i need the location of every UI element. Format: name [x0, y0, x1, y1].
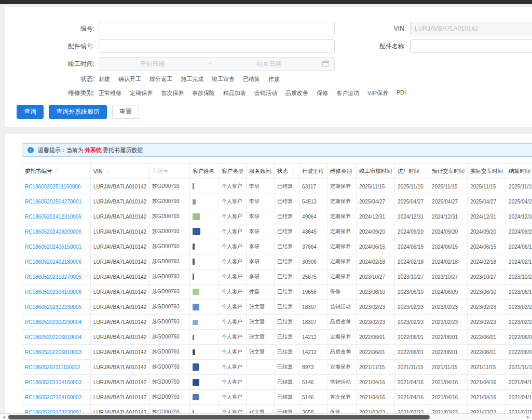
form-row-1: 编号: VIN:	[5, 22, 532, 35]
column-header-11: 进厂时间	[395, 164, 429, 179]
repair-type-option-1[interactable]: 正常维修	[99, 89, 121, 97]
part-no-input[interactable]	[99, 39, 335, 53]
sort-filter-icon[interactable]: ⋮	[105, 169, 111, 174]
order-no-link[interactable]: RC18605202402180006	[25, 259, 81, 265]
repair-type-option-2[interactable]: 定期保养	[130, 89, 153, 97]
scrollbar-thumb[interactable]	[8, 415, 430, 419]
status-option-7[interactable]: 作废	[268, 75, 280, 83]
cell-customer-name	[190, 254, 219, 269]
notice-suffix: 委托书履历数据	[103, 146, 143, 154]
cell-date-1: 2025/04/27	[357, 194, 395, 209]
scroll-right-arrow-icon[interactable]: ►	[524, 414, 532, 420]
cell-date-4: 2023/10/27	[468, 269, 506, 284]
cell-customer-name	[190, 269, 219, 284]
date-end-placeholder[interactable]: 结束日期	[216, 60, 322, 69]
cell-repair-type: 保修	[328, 284, 357, 300]
order-no-link[interactable]: RC18605202406150001	[25, 244, 81, 250]
order-no-link[interactable]: RC18605202206010003	[25, 349, 81, 355]
cell-plate: 苏GD00793	[149, 239, 190, 254]
order-no-link[interactable]: RC18605202111150002	[25, 364, 80, 370]
repair-type-option-11[interactable]: PDI	[397, 89, 406, 97]
order-no-link[interactable]: RC18605202409200006	[25, 229, 81, 235]
repair-type-option-9[interactable]: 客户追访	[336, 89, 359, 97]
form-row-2: 配件编号: 配件名称:	[5, 39, 532, 53]
order-no-link[interactable]: RC18605202310270005	[25, 274, 81, 280]
column-header-4: 客户姓名	[190, 164, 219, 179]
column-label: VIN	[93, 168, 103, 174]
customer-name-redacted	[193, 259, 195, 265]
repair-type-option-5[interactable]: 精品加装	[223, 89, 246, 97]
cell-advisor: 李研	[247, 269, 275, 284]
history-table-wrap[interactable]: 委托书编号⋮VIN⋮车牌号客户姓名客户类型服务顾问状态⋮行驶里程维修类别竣工审核…	[22, 163, 532, 420]
column-label: 委托书编号	[25, 168, 52, 174]
cell-status: 已结算	[275, 269, 299, 284]
cell-order-no: RC18605202504270001	[22, 194, 91, 209]
status-option-6[interactable]: 已结算	[243, 75, 260, 83]
cell-vin: LURJAVBA7LA010142	[91, 315, 149, 330]
status-option-1[interactable]: 新建	[99, 75, 110, 83]
notice-highlight: 外系统	[85, 146, 102, 154]
calendar-icon[interactable]	[322, 61, 329, 67]
query-external-button[interactable]: 查询外系统履历	[49, 105, 107, 119]
cell-advisor: 李研	[247, 179, 275, 194]
repair-type-option-7[interactable]: 品质改善	[285, 89, 308, 97]
status-option-3[interactable]: 部分返工	[149, 75, 172, 83]
repair-type-option-6[interactable]: 营销活动	[254, 89, 277, 97]
query-button[interactable]: 查询	[17, 105, 44, 119]
order-no-link[interactable]: RC18605202302230005	[25, 304, 81, 310]
vin-input[interactable]	[410, 22, 532, 35]
cell-plate: 苏GD00793	[149, 194, 190, 209]
cell-plate: 苏GD00793	[149, 360, 190, 375]
status-option-2[interactable]: 确认开工	[118, 75, 141, 83]
cell-vin: LURJAVBA7LA010142	[91, 284, 149, 300]
order-no-link[interactable]: RC18605202104160002	[25, 395, 81, 400]
column-header-1[interactable]: 委托书编号⋮	[22, 164, 91, 179]
cell-customer-type: 个人客户	[219, 315, 247, 330]
cell-customer-name	[190, 300, 219, 315]
repair-type-option-4[interactable]: 事故保险	[192, 89, 215, 97]
part-name-input[interactable]	[410, 39, 532, 53]
repair-type-option-10[interactable]: VIP保养	[367, 89, 388, 97]
cell-customer-type: 个人客户	[219, 209, 247, 224]
order-no-input[interactable]	[99, 22, 335, 35]
cell-date-3: 2021/04/16	[429, 390, 468, 405]
table-row: RC18605202206010003LURJAVBA7LA010142苏GD0…	[22, 345, 532, 360]
cell-advisor	[247, 375, 275, 390]
cell-status: 已结算	[275, 224, 299, 239]
cell-date-4: 2021/04/16	[468, 375, 506, 390]
column-header-2[interactable]: VIN⋮	[91, 164, 149, 179]
repair-type-option-8[interactable]: 保修	[317, 89, 328, 97]
order-no-link[interactable]: RC18605202511150006	[25, 184, 81, 189]
cell-date-3: 2025/04/27	[429, 194, 468, 209]
horizontal-scrollbar[interactable]: ◄ ►	[0, 413, 532, 420]
cell-mileage: 14212	[299, 345, 328, 360]
date-start-placeholder[interactable]: 开始日期	[99, 60, 206, 69]
sort-filter-icon[interactable]: ⋮	[55, 168, 60, 174]
cell-advisor: 张文慧	[247, 315, 275, 330]
order-no-link[interactable]: RC18605202302230004	[25, 319, 81, 325]
cell-repair-type: 定期保养	[328, 209, 357, 224]
status-option-5[interactable]: 竣工审查	[212, 75, 235, 83]
table-row: RC18605202111150002LURJAVBA7LA010142苏GD0…	[22, 360, 532, 375]
scroll-left-arrow-icon[interactable]: ◄	[0, 414, 8, 420]
order-no-link[interactable]: RC18605202104160003	[25, 380, 81, 385]
order-no-link[interactable]: RC18605202306100006	[25, 289, 81, 295]
status-option-4[interactable]: 施工完成	[181, 75, 203, 83]
finish-time-range-picker[interactable]: 开始日期 ~ 结束日期	[99, 57, 335, 71]
notice-bar: i 温馨提示：当前为 外系统 委托书履历数据	[22, 143, 532, 157]
order-no-link[interactable]: RC18605202206010004	[25, 334, 81, 340]
table-row: RC18605202409200006LURJAVBA7LA010142苏GD0…	[22, 224, 532, 239]
reset-button[interactable]: 重置	[112, 105, 139, 119]
cell-plate: 苏GD00793	[149, 284, 190, 300]
cell-date-5: 2022/06/01	[506, 345, 532, 360]
order-no-link[interactable]: RC18605202504270001	[25, 199, 81, 205]
cell-vin: LURJAVBA7LA010142	[91, 360, 149, 375]
sort-filter-icon[interactable]: ⋮	[291, 168, 296, 174]
repair-type-option-3[interactable]: 首次保养	[161, 89, 184, 97]
column-label: 竣工审核时间	[359, 168, 392, 174]
cell-date-5: 2024/12/31	[506, 209, 532, 224]
cell-order-no: RC18605202206010004	[22, 330, 91, 345]
order-no-link[interactable]: RC18605202412310005	[25, 214, 81, 220]
column-header-7[interactable]: 状态⋮	[275, 164, 299, 179]
cell-date-2: 2022/06/01	[395, 345, 429, 360]
